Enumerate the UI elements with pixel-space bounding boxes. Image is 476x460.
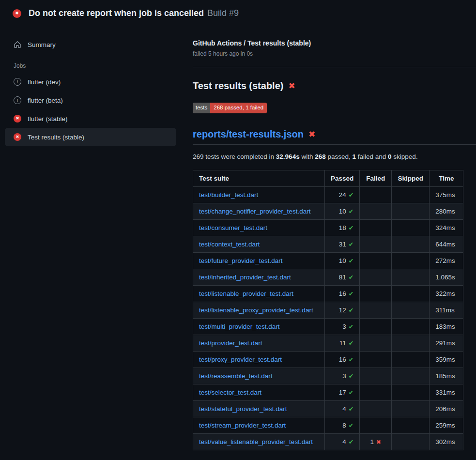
sidebar-job-item[interactable]: ✖ ! Test results (stable) [5,128,176,146]
suite-link[interactable]: test/context_test.dart [199,241,260,248]
suite-link[interactable]: test/stateful_provider_test.dart [199,405,287,413]
table-row: test/inherited_provider_test.dart 81✔ ✖ … [193,269,463,285]
skipped-cell [392,368,430,384]
passed-cell: 18✔ [325,219,360,236]
suite-link[interactable]: test/provider_test.dart [199,339,262,347]
jobs-list: ✖ ! flutter (dev) ✖ ! flutter (beta) ✖ [5,73,176,146]
table-row: test/provider_test.dart 11✔ ✖ 291ms [193,335,463,351]
suite-link[interactable]: test/consumer_test.dart [199,224,267,231]
cross-icon: ✖ [376,439,381,445]
passed-cell: 17✔ [325,384,360,400]
suite-link[interactable]: test/value_listenable_provider_test.dart [199,438,313,445]
suite-cell: test/stateful_provider_test.dart [193,400,325,417]
suite-link[interactable]: test/selector_test.dart [199,389,261,396]
passed-cell: 81✔ [325,269,360,285]
badge-value: 268 passed, 1 failed [210,103,267,113]
report-file-link[interactable]: reports/test-results.json [193,129,304,140]
job-label: Test results (stable) [28,134,84,141]
x-glyph: ✖ [15,11,19,15]
x-glyph: ✖ [16,135,19,139]
time-cell: 272ms [430,252,463,269]
suite-link[interactable]: test/future_provider_test.dart [199,257,283,264]
check-icon: ✔ [349,225,353,231]
suite-link[interactable]: test/listenable_provider_test.dart [199,290,293,297]
suite-link[interactable]: test/multi_provider_test.dart [199,323,280,330]
passed-count: 8 [342,422,346,429]
passed-cell: 10✔ [325,203,360,219]
suite-cell: test/change_notifier_provider_test.dart [193,203,325,219]
jobs-section-label: Jobs [5,54,176,73]
suite-cell: test/provider_test.dart [193,335,325,351]
check-icon: ✔ [349,356,353,363]
failed-cell: ✖ [360,285,392,302]
suite-link[interactable]: test/change_notifier_provider_test.dart [199,208,310,215]
time-cell: 311ms [430,302,463,318]
skipped-cell [392,384,430,400]
table-row: test/selector_test.dart 17✔ ✖ 331ms [193,384,463,400]
build-number: Build #9 [207,8,239,18]
failed-cell: ✖ [360,236,392,252]
sidebar-item-summary[interactable]: Summary [5,35,176,54]
passed-cell: 10✔ [325,252,360,269]
time-cell: 359ms [430,351,463,368]
skipped-cell [392,318,430,335]
job-label: flutter (beta) [28,97,63,104]
job-label: flutter (dev) [28,78,61,86]
check-icon: ✔ [349,307,353,314]
report-failed-x-icon: ✖ [308,129,315,139]
suite-cell: test/selector_test.dart [193,384,325,400]
passed-count: 10 [339,257,346,264]
sidebar-job-item[interactable]: ✖ ! flutter (stable) [5,109,176,128]
passed-count: 31 [339,241,346,248]
time-cell: 206ms [430,400,463,417]
suite-cell: test/future_provider_test.dart [193,252,325,269]
suite-link[interactable]: test/inherited_provider_test.dart [199,274,291,281]
passed-count: 24 [339,191,346,199]
time-cell: 185ms [430,368,463,384]
time-cell: 644ms [430,236,463,252]
exclamation-glyph: ! [17,98,18,103]
suite-link[interactable]: test/stream_provider_test.dart [199,422,286,429]
skipped-cell [392,236,430,252]
summary-segment: 268 [315,153,326,160]
passed-count: 17 [339,389,346,396]
passed-count: 16 [339,356,346,363]
suite-link[interactable]: test/proxy_provider_test.dart [199,356,282,363]
failed-count: 1 [370,438,374,445]
sidebar-job-item[interactable]: ✖ ! flutter (beta) [5,91,176,109]
suite-link[interactable]: test/builder_test.dart [199,191,258,199]
test-summary-line: 269 tests were completed in 32.964s with… [193,153,476,160]
table-row: test/listenable_provider_test.dart 16✔ ✖… [193,285,463,302]
suite-link[interactable]: test/listenable_proxy_provider_test.dart [199,307,313,314]
passed-count: 10 [339,208,346,215]
suite-cell: test/proxy_provider_test.dart [193,351,325,368]
section-heading-text: Test results (stable) [193,80,283,92]
x-glyph: ✖ [16,117,19,121]
suite-cell: test/listenable_proxy_provider_test.dart [193,302,325,318]
failed-cell: ✖ [360,203,392,219]
col-header-skipped: Skipped [392,170,430,186]
suite-link[interactable]: test/reassemble_test.dart [199,372,273,380]
results-table: Test suite Passed Failed Skipped Time te… [193,170,463,450]
passed-count: 4 [342,438,346,445]
col-header-passed: Passed [325,170,360,186]
run-status-text: failed 5 hours ago in 0s [193,50,476,57]
check-icon: ✔ [349,258,353,264]
sidebar-job-item[interactable]: ✖ ! flutter (dev) [5,73,176,91]
passed-cell: 8✔ [325,417,360,433]
passed-count: 4 [342,405,346,413]
check-icon: ✔ [349,208,353,215]
table-row: test/change_notifier_provider_test.dart … [193,203,463,219]
check-icon: ✔ [349,192,353,199]
page-layout: Summary Jobs ✖ ! flutter (dev) ✖ ! [0,25,476,450]
summary-label: Summary [28,41,56,48]
job-label: flutter (stable) [28,115,68,123]
time-cell: 375ms [430,186,463,203]
failed-cell: ✖ [360,384,392,400]
breadcrumb: GitHub Actions / Test results (stable) [193,39,476,47]
summary-segment: skipped. [392,153,418,160]
failed-cell: ✖ [360,368,392,384]
passed-count: 3 [342,323,346,330]
table-row: test/future_provider_test.dart 10✔ ✖ 272… [193,252,463,269]
section-heading: Test results (stable) ✖ [193,80,476,92]
